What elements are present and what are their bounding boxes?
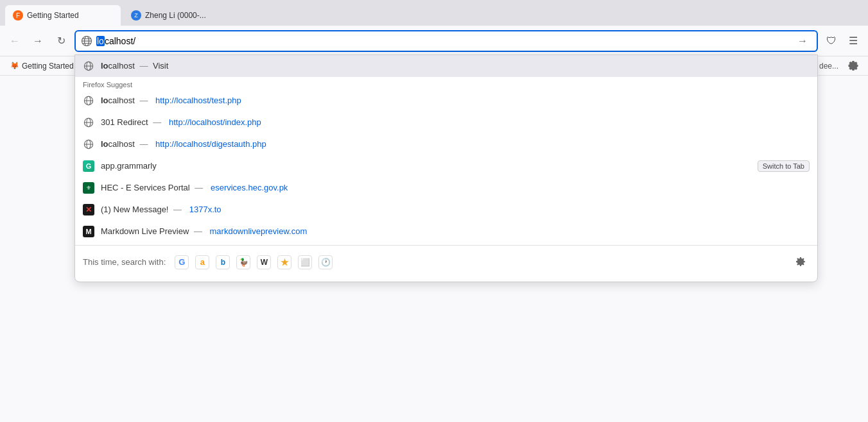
search-with-label: This time, search with: <box>83 257 166 267</box>
tab-label-2: Zheng Li (0000-... <box>145 11 231 20</box>
bookmark-getting-started[interactable]: 🦊 Getting Started <box>5 60 79 72</box>
tab-zheng-li[interactable]: Z Zheng Li (0000-... <box>123 5 239 26</box>
dropdown-divider <box>75 245 817 246</box>
go-button[interactable]: → <box>794 32 812 50</box>
dropdown-item-globe-2 <box>83 117 94 128</box>
dropdown-item-grammarly-text: app.grammarly <box>101 161 751 171</box>
browser-frame: F Getting Started Z Zheng Li (0000-... ←… <box>0 0 868 422</box>
bookmark-label-1: Getting Started <box>22 62 74 71</box>
firefox-suggest-label: Firefox Suggest <box>75 77 817 90</box>
dropdown-item-globe-0 <box>83 60 94 72</box>
toolbar: ← → ↻ localhost/ → <box>0 26 868 56</box>
search-engine-amazon[interactable]: a <box>195 255 209 269</box>
search-engine-bookmarks[interactable]: ★ <box>277 255 291 269</box>
address-text[interactable]: localhost/ <box>96 36 790 46</box>
dropdown-item-hec-text: HEC - E Services Portal — eservices.hec.… <box>101 183 810 192</box>
dropdown-item-0-text: localhost — http://localhost/test.php <box>101 96 810 105</box>
shield-button[interactable]: 🛡 <box>822 31 841 51</box>
tab-favicon-2: Z <box>131 10 141 21</box>
back-button[interactable]: ← <box>5 31 24 51</box>
dropdown-item-1[interactable]: 301 Redirect — http://localhost/index.ph… <box>75 112 817 133</box>
toolbar-right: 🛡 ☰ <box>822 31 863 51</box>
dropdown-top-text: localhost — Visit <box>101 61 810 71</box>
address-bar: localhost/ → <box>74 30 818 52</box>
dropdown-item-hec[interactable]: ⚜ HEC - E Services Portal — eservices.he… <box>75 177 817 199</box>
reload-button[interactable]: ↻ <box>51 31 71 51</box>
grammarly-favicon-icon: G <box>83 160 94 172</box>
bookmark-favicon-1: 🦊 <box>10 62 19 70</box>
tab-favicon-1: F <box>13 10 23 21</box>
hec-favicon-icon: ⚜ <box>83 182 94 194</box>
tab-getting-started[interactable]: F Getting Started <box>5 5 121 26</box>
search-engine-history[interactable]: 🕐 <box>318 255 333 269</box>
dropdown-top-item[interactable]: localhost — Visit <box>75 55 817 77</box>
menu-button[interactable]: ☰ <box>844 31 863 51</box>
dropdown-item-grammarly[interactable]: G app.grammarly Switch to Tab <box>75 155 817 177</box>
dropdown-item-2-text: localhost — http://localhost/digestauth.… <box>101 139 810 149</box>
tab-label-1: Getting Started <box>27 11 113 20</box>
search-with-row: This time, search with: G a b <box>75 248 817 276</box>
dropdown-item-1-text: 301 Redirect — http://localhost/index.ph… <box>101 117 810 127</box>
markdown-favicon-icon: M <box>83 226 94 237</box>
search-engine-duckduckgo[interactable]: 🦆 <box>236 255 250 269</box>
dropdown-item-globe-1 <box>83 95 94 106</box>
search-engine-wikipedia[interactable]: W <box>257 255 271 269</box>
address-dropdown: localhost — Visit Firefox Suggest <box>74 55 818 282</box>
dropdown-item-1377x-text: (1) New Message! — 1377x.to <box>101 205 810 214</box>
dropdown-item-markdown-text: Markdown Live Preview — markdownliveprev… <box>101 226 810 236</box>
address-bar-wrapper: localhost/ → localhost — <box>74 30 818 52</box>
dropdown-item-globe-3 <box>83 139 94 150</box>
search-engine-tabs[interactable]: ⬜ <box>298 255 312 269</box>
globe-icon <box>81 35 92 47</box>
dropdown-item-markdown[interactable]: M Markdown Live Preview — markdownlivepr… <box>75 221 817 242</box>
address-highlight: lo <box>96 36 105 46</box>
search-engine-bing[interactable]: b <box>216 255 230 269</box>
dropdown-item-1377x[interactable]: ✕ (1) New Message! — 1377x.to <box>75 199 817 221</box>
dropdown-item-0[interactable]: localhost — http://localhost/test.php <box>75 90 817 112</box>
1377x-favicon-icon: ✕ <box>83 204 94 215</box>
search-settings-button[interactable] <box>792 253 810 271</box>
gear-icon-button[interactable] <box>844 56 863 76</box>
search-engine-google[interactable]: G <box>175 255 189 269</box>
tab-bar: F Getting Started Z Zheng Li (0000-... <box>0 0 868 26</box>
forward-button[interactable]: → <box>28 31 48 51</box>
switch-to-tab-badge[interactable]: Switch to Tab <box>758 160 810 172</box>
dropdown-item-2[interactable]: localhost — http://localhost/digestauth.… <box>75 133 817 155</box>
address-rest: calhost/ <box>105 36 135 46</box>
